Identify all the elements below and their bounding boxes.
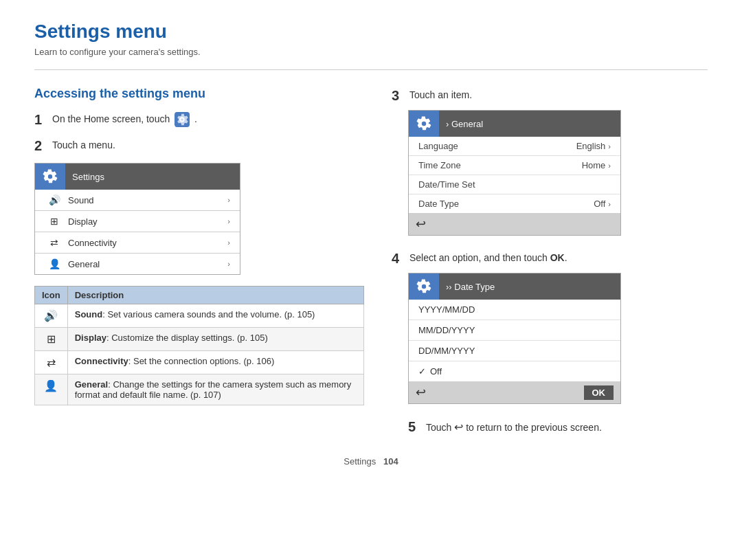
table-row: 👤 General: Change the settings for the c… [35, 374, 364, 405]
screen1-header-label: › General [439, 119, 483, 129]
screen2-back-button[interactable]: ↩ [416, 385, 426, 400]
table-desc-connectivity: Connectivity: Set the connection options… [67, 351, 363, 374]
return-icon: ↩ [454, 421, 463, 433]
check-icon: ✓ [418, 366, 426, 377]
timezone-label: Time Zone [418, 160, 461, 170]
datetype-label: Date Type [418, 199, 459, 209]
section-heading: Accessing the settings menu [34, 87, 364, 101]
table-col-desc: Description [67, 287, 363, 304]
menu-item-display-label: Display [68, 216, 98, 227]
menu-header-label: Settings [65, 172, 104, 182]
general-screen-mockup: › General Language English › Time Zone H… [408, 110, 621, 236]
menu-item-general[interactable]: 👤 General › [35, 254, 240, 274]
menu-body: 🔊 Sound › ⊞ Display › ⇄ [35, 190, 240, 274]
settings-menu-mockup: Settings 🔊 Sound › ⊞ Display [34, 163, 240, 275]
menu-item-connectivity-label: Connectivity [68, 238, 117, 248]
screen-row-datetype: Date Type Off › [409, 194, 620, 213]
menu-item-connectivity[interactable]: ⇄ Connectivity › [35, 232, 240, 254]
table-desc-display: Display: Customize the display settings.… [67, 328, 363, 351]
right-column: 3 Touch an item. › General Language [392, 87, 708, 436]
step-3-text: Touch an item. [409, 87, 472, 102]
sound-icon: 🔊 [47, 194, 61, 205]
screen1-body: Language English › Time Zone Home › Date… [409, 137, 620, 213]
datetime-label: Date/Time Set [418, 179, 475, 190]
screen1-gear-box [409, 111, 439, 137]
datetype-options: YYYY/MM/DD MM/DD/YYYY DD/MM/YYYY ✓ Off [409, 300, 620, 381]
datetype-option-ddmmyyyy[interactable]: DD/MM/YYYY [409, 341, 620, 361]
step-3: 3 Touch an item. › General Language [392, 87, 708, 236]
step-4-number: 4 [392, 249, 407, 267]
step-4: 4 Select an option, and then touch OK. ›… [392, 249, 708, 404]
menu-gear-icon [43, 169, 58, 184]
left-column: Accessing the settings menu 1 On the Hom… [34, 87, 364, 436]
screen2-header: ›› Date Type [409, 273, 620, 300]
step-1-number: 1 [34, 111, 49, 128]
step-1: 1 On the Home screen, touch . [34, 111, 364, 128]
timezone-value: Home › [582, 160, 611, 170]
chevron-display: › [227, 217, 230, 225]
timezone-chevron: › [608, 161, 611, 170]
gear-icon-inline [175, 112, 190, 127]
menu-item-display[interactable]: ⊞ Display › [35, 211, 240, 232]
table-row: 🔊 Sound: Set various camera sounds and t… [35, 304, 364, 328]
datetype-screen-mockup: ›› Date Type YYYY/MM/DD MM/DD/YYYY DD/MM… [408, 273, 621, 404]
screen2-footer: ↩ OK [409, 381, 620, 403]
page-title: Settings menu [34, 21, 708, 43]
table-icon-sound: 🔊 [35, 304, 68, 328]
menu-gear-box [35, 164, 65, 190]
footer-page: 104 [383, 456, 398, 467]
page-footer: Settings 104 [34, 456, 708, 467]
datetype-option-mmddyyyy[interactable]: MM/DD/YYYY [409, 320, 620, 341]
language-value: English › [576, 141, 611, 151]
screen1-footer: ↩ [409, 213, 620, 235]
step-2: 2 Touch a menu. [34, 137, 364, 155]
step-5: 5 Touch ↩ to return to the previous scre… [408, 418, 708, 436]
screen-row-timezone: Time Zone Home › [409, 156, 620, 175]
screen2-gear-icon [416, 279, 431, 294]
title-divider [34, 69, 708, 70]
table-icon-connectivity: ⇄ [35, 351, 68, 374]
datetype-chevron: › [608, 200, 611, 208]
footer-label: Settings [344, 456, 376, 467]
connectivity-icon: ⇄ [47, 237, 61, 248]
table-icon-general: 👤 [35, 374, 68, 405]
step-1-text: On the Home screen, touch . [52, 111, 197, 127]
general-icon: 👤 [47, 258, 61, 269]
display-icon: ⊞ [47, 216, 61, 227]
step-3-number: 3 [392, 87, 407, 104]
back-button[interactable]: ↩ [416, 216, 426, 232]
step-5-number: 5 [408, 418, 423, 436]
datetype-option-off[interactable]: ✓ Off [409, 361, 620, 381]
ok-button[interactable]: OK [584, 385, 614, 400]
screen2-header-label: ›› Date Type [439, 282, 495, 292]
table-row: ⇄ Connectivity: Set the connection optio… [35, 351, 364, 374]
screen2-gear-box [409, 273, 439, 300]
step-2-text: Touch a menu. [52, 137, 115, 153]
table-icon-display: ⊞ [35, 328, 68, 351]
step-4-text: Select an option, and then touch OK. [409, 249, 567, 265]
step-5-text: Touch ↩ to return to the previous screen… [426, 418, 602, 436]
table-desc-general: General: Change the settings for the cam… [67, 374, 363, 405]
language-chevron: › [608, 142, 611, 150]
screen-row-language: Language English › [409, 137, 620, 156]
language-label: Language [418, 141, 458, 151]
chevron-general: › [227, 260, 230, 268]
menu-mockup-header: Settings [35, 164, 240, 190]
step-2-number: 2 [34, 137, 49, 155]
table-desc-sound: Sound: Set various camera sounds and the… [67, 304, 363, 328]
screen1-gear-icon [416, 116, 431, 131]
datetype-option-yyyymmdd[interactable]: YYYY/MM/DD [409, 300, 620, 320]
icon-description-table: Icon Description 🔊 Sound: Set various ca… [34, 286, 364, 405]
chevron-connectivity: › [227, 238, 230, 247]
table-row: ⊞ Display: Customize the display setting… [35, 328, 364, 351]
menu-item-general-label: General [68, 259, 100, 269]
screen1-header: › General [409, 111, 620, 137]
page-subtitle: Learn to configure your camera's setting… [34, 47, 708, 57]
menu-item-sound-label: Sound [68, 195, 94, 205]
datetype-value: Off › [594, 199, 611, 209]
chevron-sound: › [227, 196, 230, 204]
menu-item-sound[interactable]: 🔊 Sound › [35, 190, 240, 211]
screen-row-datetime: Date/Time Set [409, 175, 620, 194]
table-col-icon: Icon [35, 287, 68, 304]
